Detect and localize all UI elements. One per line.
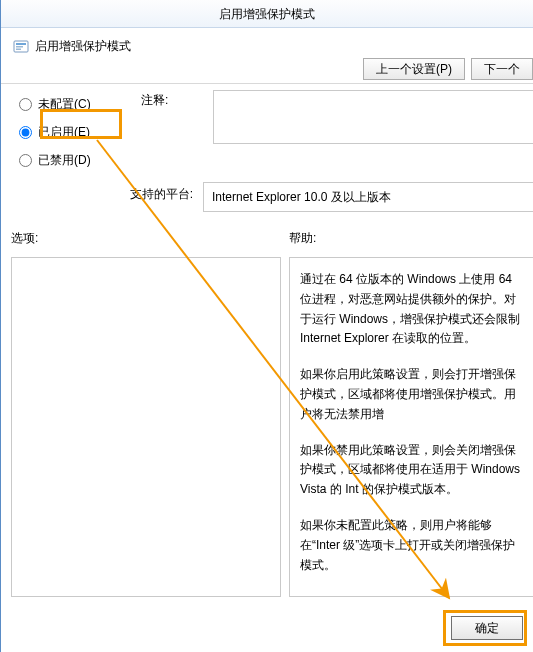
prev-setting-button[interactable]: 上一个设置(P) bbox=[363, 58, 465, 80]
help-panel: 通过在 64 位版本的 Windows 上使用 64 位进程，对恶意网站提供额外… bbox=[289, 257, 533, 597]
svg-rect-3 bbox=[16, 48, 21, 50]
help-paragraph: 如果你禁用此策略设置，则会关闭增强保护模式，区域都将使用在适用于 Windows… bbox=[300, 441, 523, 500]
radio-not-configured-input[interactable] bbox=[19, 98, 32, 111]
platforms-value: Internet Explorer 10.0 及以上版本 bbox=[203, 182, 533, 212]
radio-enabled-label: 已启用(E) bbox=[38, 124, 90, 141]
help-paragraph: 如果你未配置此策略，则用户将能够在“Inter 级”选项卡上打开或关闭增强保护模… bbox=[300, 516, 523, 575]
radio-enabled[interactable]: 已启用(E) bbox=[11, 118, 141, 146]
radio-disabled-label: 已禁用(D) bbox=[38, 152, 91, 169]
radio-disabled[interactable]: 已禁用(D) bbox=[11, 146, 141, 174]
svg-rect-2 bbox=[16, 46, 23, 48]
platforms-label: 支持的平台: bbox=[1, 182, 203, 212]
help-paragraph: 通过在 64 位版本的 Windows 上使用 64 位进程，对恶意网站提供额外… bbox=[300, 270, 523, 349]
options-panel bbox=[11, 257, 281, 597]
next-setting-button[interactable]: 下一个 bbox=[471, 58, 533, 80]
help-label: 帮助: bbox=[289, 230, 533, 247]
window-title: 启用增强保护模式 bbox=[1, 0, 533, 28]
comments-textarea[interactable] bbox=[213, 90, 533, 144]
svg-rect-1 bbox=[16, 43, 26, 45]
comments-label: 注释: bbox=[141, 92, 213, 109]
radio-disabled-input[interactable] bbox=[19, 154, 32, 167]
radio-not-configured-label: 未配置(C) bbox=[38, 96, 91, 113]
radio-enabled-input[interactable] bbox=[19, 126, 32, 139]
radio-not-configured[interactable]: 未配置(C) bbox=[11, 90, 141, 118]
page-title: 启用增强保护模式 bbox=[35, 38, 131, 55]
ok-button[interactable]: 确定 bbox=[451, 616, 523, 640]
policy-icon bbox=[13, 39, 29, 55]
help-paragraph: 如果你启用此策略设置，则会打开增强保护模式，区域都将使用增强保护模式。用户将无法… bbox=[300, 365, 523, 424]
options-label: 选项: bbox=[11, 230, 281, 247]
